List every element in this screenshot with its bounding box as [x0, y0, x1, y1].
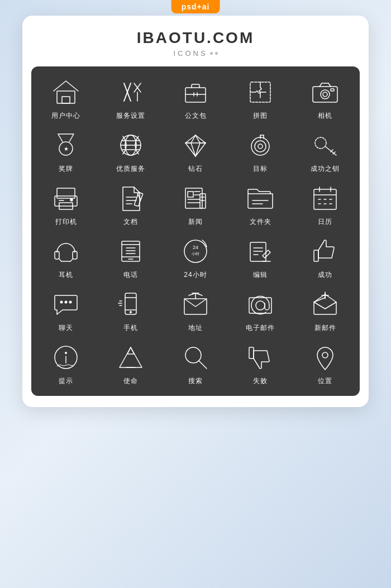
- svg-point-89: [69, 301, 72, 304]
- mail-label: 地址: [188, 323, 203, 333]
- svg-point-31: [315, 137, 326, 149]
- 24hour-icon: 24 小时: [180, 236, 211, 267]
- mobile-icon: [115, 289, 146, 320]
- icon-cell-globe: 优质服务: [103, 130, 159, 174]
- thumbup-label: 成功: [318, 270, 332, 280]
- icon-cell-24hour: 24 小时 24小时: [168, 236, 223, 280]
- newmail-label: 新邮件: [314, 323, 336, 333]
- format-badge: psd+ai: [171, 0, 220, 13]
- icon-cell-puzzle: 拼图: [232, 77, 288, 121]
- icon-cell-news: 新闻: [168, 183, 223, 227]
- svg-rect-81: [250, 242, 266, 261]
- icon-cell-thumbup: 成功: [297, 236, 353, 280]
- svg-point-105: [65, 352, 67, 354]
- svg-marker-107: [127, 347, 134, 354]
- svg-point-14: [323, 92, 327, 97]
- icon-cell-printer: 打印机: [38, 183, 94, 227]
- svg-rect-46: [188, 192, 193, 197]
- search-icon: [180, 342, 211, 373]
- svg-point-88: [65, 301, 68, 304]
- icon-cell-edit: 编辑: [232, 236, 288, 280]
- main-card: IBAOTU.COM ICONS 用户中心: [22, 16, 369, 407]
- svg-line-69: [70, 259, 73, 261]
- svg-point-27: [258, 144, 263, 149]
- info-icon: [50, 342, 82, 373]
- mountain-icon: [115, 342, 146, 373]
- document-label: 文档: [123, 217, 138, 227]
- edit-label: 编辑: [253, 270, 268, 280]
- printer-label: 打印机: [55, 217, 77, 227]
- subtitle: ICONS: [173, 49, 217, 58]
- svg-marker-106: [120, 347, 142, 367]
- svg-rect-36: [55, 196, 77, 206]
- svg-rect-1: [62, 97, 70, 103]
- mobile-label: 手机: [123, 323, 138, 333]
- email-label: 电子邮件: [246, 323, 275, 333]
- settings-icon: [115, 77, 146, 108]
- svg-text:★: ★: [64, 146, 69, 152]
- mail-icon: [180, 289, 211, 320]
- icon-cell-mobile: 手机: [103, 289, 159, 333]
- camera-label: 相机: [318, 111, 332, 121]
- svg-point-25: [251, 137, 269, 155]
- target-label: 目标: [253, 164, 268, 174]
- globe-label: 优质服务: [116, 164, 145, 174]
- calendar-label: 日历: [318, 217, 332, 227]
- news-icon: [180, 183, 211, 214]
- icon-cell-folder: 文件夹: [232, 183, 288, 227]
- svg-rect-35: [57, 188, 75, 198]
- svg-point-87: [60, 301, 63, 304]
- briefcase-icon: [180, 77, 211, 108]
- medal-icon: ★: [50, 130, 82, 161]
- settings-label: 服务设置: [116, 111, 145, 121]
- svg-rect-111: [249, 347, 254, 358]
- icon-cell-headphone: 耳机: [38, 236, 94, 280]
- chat-label: 聊天: [59, 323, 73, 333]
- newmail-icon: [309, 289, 341, 320]
- svg-point-39: [70, 199, 73, 201]
- svg-text:小时: 小时: [192, 252, 199, 256]
- globe-icon: [115, 130, 146, 161]
- icon-cell-newmail: 新邮件: [297, 289, 353, 333]
- icon-cell-location: 位置: [297, 342, 353, 386]
- icon-cell-camera: 相机: [297, 77, 353, 121]
- headphone-label: 耳机: [59, 270, 73, 280]
- icon-row-1: 用户中心 服务设置: [34, 72, 357, 125]
- home-label: 用户中心: [51, 111, 80, 121]
- 24hour-label: 24小时: [184, 270, 207, 280]
- svg-rect-15: [331, 89, 334, 91]
- thumbdown-icon: [245, 342, 276, 373]
- icon-grid: 用户中心 服务设置: [31, 66, 360, 396]
- key-icon: [309, 130, 341, 161]
- headphone-icon: [50, 236, 82, 267]
- icon-cell-home: 用户中心: [38, 77, 94, 121]
- icon-cell-email: 电子邮件: [232, 289, 288, 333]
- svg-point-13: [321, 90, 330, 99]
- icon-row-4: 耳机 电话: [34, 231, 357, 284]
- target-icon: [245, 130, 276, 161]
- mountain-label: 使命: [123, 376, 138, 386]
- svg-rect-51: [200, 194, 206, 208]
- icon-cell-key: 成功之钥: [297, 130, 353, 174]
- svg-line-32: [325, 146, 336, 155]
- svg-line-68: [59, 259, 61, 261]
- icon-cell-document: 文档: [103, 183, 159, 227]
- icon-cell-medal: ★ 奖牌: [38, 130, 94, 174]
- news-label: 新闻: [188, 217, 203, 227]
- key-label: 成功之钥: [311, 164, 340, 174]
- svg-line-110: [199, 361, 207, 369]
- diamond-icon: [180, 130, 211, 161]
- medal-label: 奖牌: [59, 164, 73, 174]
- phone-icon: [115, 236, 146, 267]
- icon-row-3: 打印机 文档: [34, 178, 357, 231]
- camera-icon: [309, 77, 341, 108]
- folder-label: 文件夹: [250, 217, 271, 227]
- location-label: 位置: [318, 376, 332, 386]
- info-label: 提示: [59, 376, 73, 386]
- puzzle-label: 拼图: [253, 111, 268, 121]
- icon-cell-phone: 电话: [103, 236, 159, 280]
- icon-cell-info: 提示: [38, 342, 94, 386]
- icon-row-2: ★ 奖牌 优质服务: [34, 125, 357, 178]
- icon-cell-search: 搜索: [168, 342, 223, 386]
- home-icon: [50, 77, 82, 108]
